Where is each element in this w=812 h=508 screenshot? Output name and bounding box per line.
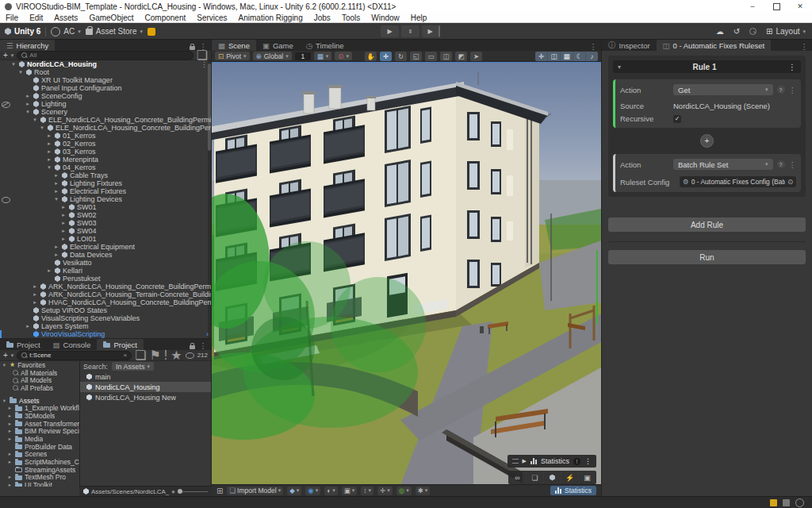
- frame-toggle[interactable]: ▣: [579, 471, 596, 483]
- snap-dropdown[interactable]: ⊙ ▾: [335, 52, 352, 60]
- visibility-count-icon[interactable]: [186, 352, 194, 359]
- foldout-arrow-icon[interactable]: ▸: [53, 188, 59, 194]
- assets-root-folder[interactable]: ▾Assets: [0, 397, 79, 405]
- foldout-arrow-icon[interactable]: ▸: [60, 220, 67, 226]
- help-icon[interactable]: ?: [777, 160, 785, 168]
- hierarchy-item[interactable]: Vesikatto: [0, 259, 211, 267]
- overlays-menu-icon[interactable]: ⊞: [216, 487, 223, 495]
- scene-audio-toggle[interactable]: ♪: [586, 52, 598, 61]
- cursor-tool[interactable]: ➤: [470, 52, 482, 61]
- hierarchy-item[interactable]: ▸Data Devices: [0, 251, 211, 259]
- hierarchy-item[interactable]: ▸01_Kerros: [0, 132, 211, 140]
- foldout-arrow-icon[interactable]: ▸: [25, 323, 31, 329]
- camera-settings-toggle[interactable]: ◫: [548, 52, 561, 61]
- texture-dropdown[interactable]: ▣▾: [342, 487, 358, 495]
- card-menu-icon[interactable]: ⋮: [789, 160, 797, 169]
- thumbnail-size-slider[interactable]: [178, 491, 208, 492]
- foldout-arrow-icon[interactable]: ▸: [46, 156, 52, 163]
- hierarchy-item[interactable]: VirooVisualScripting›: [0, 330, 211, 338]
- menu-jobs[interactable]: Jobs: [308, 13, 336, 22]
- drag-handle-icon[interactable]: [512, 459, 519, 464]
- tab-console[interactable]: ▤ Console: [47, 339, 98, 350]
- foldout-arrow-icon[interactable]: ▾: [39, 125, 45, 131]
- hierarchy-item[interactable]: ▸Cable Trays: [0, 171, 211, 179]
- search-importance-icon[interactable]: !: [164, 348, 167, 363]
- hierarchy-item[interactable]: ▸03_Kerros: [0, 148, 211, 156]
- console-status-icon[interactable]: [783, 499, 790, 506]
- maximize-button[interactable]: [764, 0, 788, 13]
- hierarchy-item[interactable]: Setup VIROO States: [0, 306, 211, 314]
- hierarchy-item[interactable]: ▸SW03: [0, 219, 211, 227]
- hierarchy-item[interactable]: ▸ARK_NordicLCA_Housing_Concrete_Building…: [0, 283, 211, 291]
- folder-item[interactable]: ▸UI Toolkit: [0, 481, 79, 487]
- scene-lighting-toggle[interactable]: ☾: [573, 52, 586, 61]
- scene-viewport[interactable]: ▶ Statistics ! ⋮ ∞ ❏ ⚡ ▣: [212, 62, 601, 484]
- panel-menu-icon[interactable]: ⋮: [590, 42, 598, 51]
- view-hand-tool[interactable]: ✋: [365, 52, 377, 61]
- hierarchy-item[interactable]: ▸02_Kerros: [0, 140, 211, 148]
- create-object-button[interactable]: +: [3, 51, 8, 60]
- foldout-arrow-icon[interactable]: ▾: [46, 164, 52, 171]
- hierarchy-item[interactable]: ▾Scenery: [0, 108, 211, 116]
- probuilder-dropdown[interactable]: ◎▾: [396, 487, 412, 495]
- lock-icon[interactable]: [190, 46, 195, 50]
- asset-store-dropdown[interactable]: Asset Store ▾: [86, 27, 143, 36]
- foldout-arrow-icon[interactable]: ▾: [17, 69, 24, 75]
- overlay-menu-icon[interactable]: ⋮: [584, 457, 592, 465]
- folder-item[interactable]: ▸3DModels: [0, 412, 79, 420]
- foldout-arrow-icon[interactable]: ▸: [53, 172, 59, 179]
- folder-item[interactable]: ▸Asset Transformer: [0, 420, 79, 428]
- custom-tool[interactable]: ◩: [455, 52, 467, 61]
- hierarchy-item[interactable]: Perustukset: [0, 275, 211, 283]
- search-icon[interactable]: [749, 28, 756, 35]
- foldout-arrow-icon[interactable]: ▸: [25, 101, 31, 107]
- panel-menu-icon[interactable]: ⋮: [801, 42, 809, 51]
- xr-glasses-toggle[interactable]: ∞: [509, 471, 527, 483]
- recursive-checkbox[interactable]: ✓: [673, 115, 681, 123]
- project-search-input[interactable]: t:Scene ×: [17, 351, 132, 360]
- pivot-dropdown[interactable]: ⊡ Pivot ▾: [215, 52, 250, 60]
- folder-item[interactable]: ▸1_Example Workflow: [0, 404, 79, 412]
- foldout-arrow-icon[interactable]: ▾: [10, 61, 17, 67]
- folder-item[interactable]: StreamingAssets: [0, 466, 79, 474]
- hierarchy-item[interactable]: ▸Layers System: [0, 322, 211, 330]
- hierarchy-item[interactable]: ▸Electrical Fixtures: [0, 187, 211, 195]
- rule-menu-icon[interactable]: ⋮: [788, 63, 796, 71]
- batches-toggle[interactable]: ❏: [527, 471, 544, 483]
- item-menu-icon[interactable]: ⋮: [201, 60, 208, 68]
- foldout-arrow-icon[interactable]: ▸: [53, 252, 59, 258]
- account-dropdown[interactable]: AC ▾: [51, 27, 80, 37]
- grid-size-field[interactable]: 1: [295, 52, 311, 60]
- menu-tools[interactable]: Tools: [336, 13, 366, 22]
- foldout-arrow-icon[interactable]: ▾: [25, 109, 31, 115]
- rect-tool[interactable]: ▭: [425, 52, 437, 61]
- foldout-arrow-icon[interactable]: ▸: [60, 228, 67, 234]
- chevron-down-icon[interactable]: ▾: [11, 52, 14, 59]
- folder-item[interactable]: ProBuilder Data: [0, 443, 79, 451]
- hierarchy-item[interactable]: ▸ARK_NordicLCA_Housing_Terrain-Concrete_…: [0, 291, 211, 298]
- object-picker-icon[interactable]: ⊙: [787, 178, 793, 186]
- lock-icon[interactable]: [190, 345, 195, 349]
- rotate-tool[interactable]: ↻: [395, 52, 407, 61]
- progress-status-icon[interactable]: [795, 498, 804, 507]
- folder-item[interactable]: ▸BIM Review Specific: [0, 428, 79, 436]
- foldout-arrow-icon[interactable]: ▸: [53, 180, 59, 187]
- statistics-button[interactable]: Statistics: [550, 486, 596, 495]
- unity-version-badge[interactable]: Unity 6: [5, 27, 40, 36]
- help-icon[interactable]: ?: [777, 86, 785, 94]
- hierarchy-item[interactable]: ▸Kellari: [0, 267, 211, 275]
- foldout-arrow-icon[interactable]: ▸: [60, 212, 67, 218]
- foldout-arrow-icon[interactable]: ▸: [46, 133, 52, 139]
- hierarchy-item[interactable]: ▸SceneConfig: [0, 92, 211, 100]
- tab-scene[interactable]: ▦Scene: [212, 40, 256, 51]
- prefab-open-icon[interactable]: ›: [206, 330, 209, 338]
- foldout-arrow-icon[interactable]: ▸: [53, 244, 59, 250]
- foldout-arrow-icon[interactable]: ▾: [32, 117, 38, 123]
- package-notification-icon[interactable]: [147, 28, 155, 36]
- draw-mode-dropdown[interactable]: ◆▾: [287, 487, 301, 495]
- menu-services[interactable]: Services: [191, 13, 232, 22]
- collapse-arrow-icon[interactable]: ▶: [523, 458, 527, 464]
- tab-project-1[interactable]: Project: [0, 339, 47, 350]
- minimize-button[interactable]: –: [741, 0, 764, 13]
- cloud-icon[interactable]: ☁: [716, 27, 724, 36]
